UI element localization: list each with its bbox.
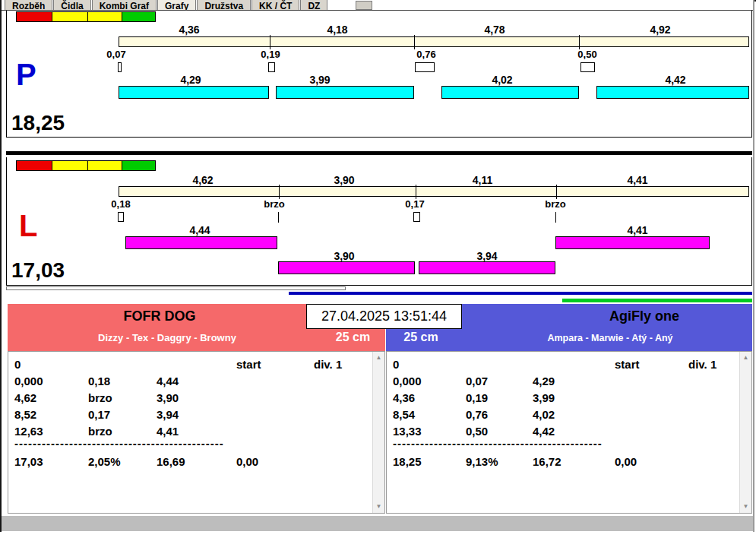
team-right-table: 0 start div. 1 0,000 0,07 4,29 4,36 0,19… — [386, 351, 752, 514]
reaction-box — [413, 212, 420, 222]
reaction-time-label: brzo — [545, 198, 565, 210]
tab-bar: Rozběh Čidla Kombi Graf Grafy Družstva K… — [2, 0, 753, 11]
scroll-up-button[interactable]: ▲ — [373, 352, 384, 364]
table-cell: 16,69 — [157, 455, 185, 468]
table-cell: 0,50 — [466, 425, 488, 438]
table-cell: brzo — [88, 391, 112, 404]
split-time-label: 4,36 — [179, 24, 199, 36]
reaction-time-label: 0,50 — [577, 49, 596, 60]
category-badge: 25 cm — [391, 331, 451, 344]
run-time-label: 4,29 — [180, 74, 201, 86]
reaction-box — [268, 62, 275, 72]
table-cell: 18,25 — [393, 455, 422, 468]
team-dogs: Dizzy - Tex - Daggry - Browny — [8, 332, 327, 343]
split-time-label: 4,18 — [327, 24, 347, 36]
window-border-right — [753, 0, 754, 532]
lane-p-panel: 4,36 4,18 4,78 4,92 0,07 0,19 0,76 0,50 … — [6, 11, 752, 138]
table-cell: brzo — [88, 425, 112, 438]
legend-yellow-segment — [88, 161, 122, 170]
table-cell: start — [615, 358, 640, 371]
team-left-table: 0 start div. 1 0,000 0,18 4,44 4,62 brzo… — [8, 351, 385, 514]
table-cell: start — [236, 358, 261, 371]
table-cell: 4,41 — [157, 425, 179, 438]
table-cell: 16,72 — [533, 455, 561, 468]
scrollbar[interactable]: ▲ ▼ — [372, 352, 384, 513]
reaction-tick — [555, 212, 556, 223]
split-time-label: 4,62 — [192, 174, 213, 186]
table-cell: 17,03 — [14, 455, 43, 468]
tab-cidla[interactable]: Čidla — [53, 0, 90, 10]
run-bar — [276, 86, 414, 99]
tab-rozbeh[interactable]: Rozběh — [5, 0, 52, 10]
panel-divider — [6, 151, 752, 155]
table-cell: 2,05% — [88, 455, 121, 468]
run-time-label: 4,41 — [627, 224, 647, 236]
run-bar — [125, 236, 277, 249]
table-cell: 0,00 — [236, 455, 258, 468]
progress-track — [6, 286, 346, 290]
scroll-down-button[interactable]: ▼ — [740, 501, 751, 513]
tab-druzstva[interactable]: Družstva — [197, 0, 251, 10]
legend-yellow-segment — [52, 161, 87, 170]
split-divider — [279, 185, 280, 199]
split-time-label: 3,90 — [334, 174, 354, 186]
table-cell: 3,99 — [533, 391, 555, 404]
scrollbar[interactable]: ▲ ▼ — [739, 352, 751, 513]
tab-kk-ct[interactable]: KK / ČT — [251, 0, 299, 10]
reaction-box — [118, 212, 124, 222]
table-cell: 4,62 — [14, 391, 36, 404]
table-divider: ----------------------------------------… — [14, 437, 224, 450]
lane-l-legend — [16, 160, 156, 171]
split-time-label: 4,41 — [627, 174, 647, 186]
lane-total-time: 18,25 — [11, 112, 65, 134]
team-name: AgiFly one — [530, 308, 756, 324]
datetime-display: 27.04.2025 13:51:44 — [306, 304, 462, 329]
table-cell: 4,44 — [157, 375, 179, 387]
window-border-left — [0, 0, 2, 532]
category-badge: 25 cm — [321, 331, 385, 344]
run-time-label: 4,02 — [492, 74, 512, 86]
scroll-down-button[interactable]: ▼ — [373, 501, 384, 513]
legend-red-segment — [17, 12, 52, 21]
run-bar — [119, 86, 269, 99]
reaction-time-label: 0,18 — [111, 198, 130, 210]
reaction-box — [118, 62, 122, 72]
table-cell: 0,000 — [14, 375, 43, 387]
table-cell: 0,00 — [615, 455, 637, 468]
table-cell: div. 1 — [314, 358, 342, 371]
run-time-label: 3,94 — [476, 250, 497, 262]
toolbar-button[interactable] — [356, 1, 372, 10]
table-cell: 0,76 — [466, 408, 488, 421]
scroll-up-button[interactable]: ▲ — [740, 352, 751, 364]
lane-letter: L — [19, 210, 37, 241]
run-bar — [419, 261, 555, 274]
split-time-label: 4,92 — [650, 24, 670, 36]
reaction-time-label: 0,19 — [261, 49, 280, 60]
progress-blue-bar — [289, 292, 752, 295]
table-cell: 0,19 — [466, 391, 488, 404]
reaction-time-label: 0,76 — [416, 49, 435, 60]
split-time-label: 4,11 — [473, 174, 492, 186]
split-divider — [270, 35, 270, 49]
table-cell: 8,54 — [393, 408, 415, 421]
run-time-label: 3,90 — [334, 250, 354, 262]
split-divider — [579, 35, 580, 49]
scroll-down-icon: ▼ — [743, 503, 749, 510]
tab-grafy[interactable]: Grafy — [157, 0, 196, 10]
table-cell: 12,63 — [14, 425, 43, 438]
tab-kombi-graf[interactable]: Kombi Graf — [92, 0, 157, 10]
run-time-label: 4,42 — [665, 74, 685, 86]
table-cell: 9,13% — [466, 455, 498, 468]
table-cell: 4,29 — [533, 375, 555, 387]
scroll-down-icon: ▼ — [376, 503, 382, 510]
legend-yellow-segment — [52, 12, 87, 21]
legend-green-segment — [122, 161, 155, 170]
table-divider: ----------------------------------------… — [393, 437, 603, 450]
table-cell: 3,90 — [157, 391, 179, 404]
table-cell: 8,52 — [14, 408, 36, 421]
tab-dz[interactable]: DZ — [300, 0, 327, 10]
table-cell: 0,000 — [393, 375, 422, 387]
scroll-up-icon: ▲ — [743, 354, 749, 361]
split-time-label: 4,78 — [484, 24, 505, 36]
status-bar — [2, 516, 753, 531]
